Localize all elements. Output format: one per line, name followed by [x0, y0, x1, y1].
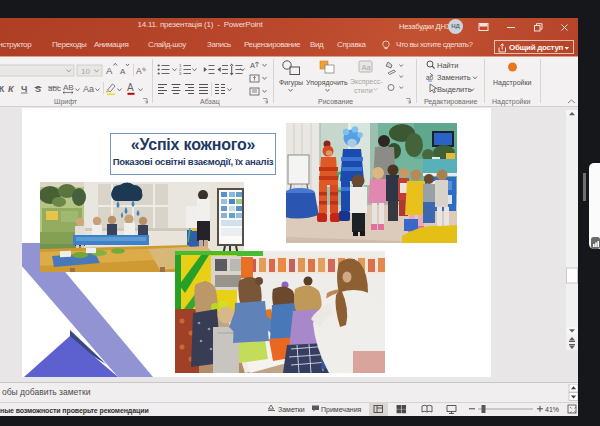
svg-text:Шрифт: Шрифт — [54, 98, 78, 106]
svg-text:Надстройки: Надстройки — [493, 79, 531, 87]
svg-text:Ч: Ч — [21, 84, 27, 94]
svg-text:Фигуры: Фигуры — [279, 79, 303, 87]
svg-text:А: А — [120, 67, 126, 76]
svg-text:Аа: Аа — [362, 63, 372, 72]
svg-text:10: 10 — [81, 67, 90, 76]
svg-text:К: К — [8, 84, 15, 94]
svg-text:Заметки: Заметки — [278, 406, 305, 413]
svg-text:S: S — [35, 84, 41, 94]
svg-text:Найти: Найти — [437, 61, 458, 70]
svg-text:Ж: Ж — [0, 84, 5, 94]
svg-text:Аа: Аа — [83, 84, 94, 94]
svg-text:abc: abc — [48, 84, 61, 93]
svg-text:А: А — [136, 66, 142, 76]
svg-text:Заменить: Заменить — [437, 73, 471, 82]
svg-text:Примечания: Примечания — [321, 406, 362, 414]
svg-text:А: А — [250, 61, 255, 70]
svg-text:стили: стили — [354, 87, 373, 94]
svg-text:Рисование: Рисование — [318, 98, 353, 105]
svg-text:Экспресс-: Экспресс- — [350, 78, 383, 86]
svg-text:41%: 41% — [545, 406, 559, 413]
svg-text:Надстройки: Надстройки — [492, 98, 530, 106]
svg-text:Упорядочить: Упорядочить — [306, 79, 348, 87]
svg-text:Выделить: Выделить — [437, 85, 472, 94]
svg-text:АВ: АВ — [63, 83, 74, 92]
svg-text:А: А — [127, 82, 134, 93]
svg-text:аб: аб — [426, 74, 434, 81]
svg-text:Абзац: Абзац — [200, 98, 220, 106]
svg-text:3: 3 — [179, 71, 182, 76]
svg-text:А: А — [106, 65, 113, 76]
svg-text:Редактирование: Редактирование — [424, 98, 477, 106]
